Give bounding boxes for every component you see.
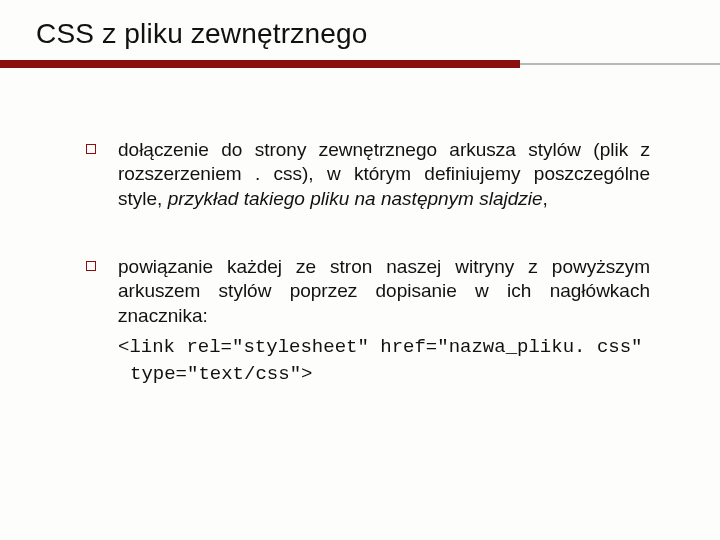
slide: CSS z pliku zewnętrznego dołączenie do s…	[0, 0, 720, 540]
code-line: <link rel="stylesheet" href="nazwa_pliku…	[118, 336, 643, 358]
item-suffix: ,	[543, 188, 548, 209]
rule-red	[0, 60, 520, 68]
list-item: dołączenie do strony zewnętrznego arkusz…	[86, 138, 650, 211]
slide-title: CSS z pliku zewnętrznego	[36, 18, 684, 50]
title-rule	[36, 60, 684, 68]
item-text: powiązanie każdej ze stron naszej witryn…	[118, 255, 650, 389]
item-italic: przykład takiego pliku na następnym slaj…	[168, 188, 543, 209]
item-prefix: powiązanie każdej ze stron naszej witryn…	[118, 256, 650, 326]
square-bullet-icon	[86, 261, 96, 271]
code-line: type="text/css">	[118, 361, 650, 389]
list-item: powiązanie każdej ze stron naszej witryn…	[86, 255, 650, 389]
square-bullet-icon	[86, 144, 96, 154]
code-block: <link rel="stylesheet" href="nazwa_pliku…	[118, 334, 650, 389]
content-area: dołączenie do strony zewnętrznego arkusz…	[36, 138, 684, 389]
item-text: dołączenie do strony zewnętrznego arkusz…	[118, 138, 650, 211]
